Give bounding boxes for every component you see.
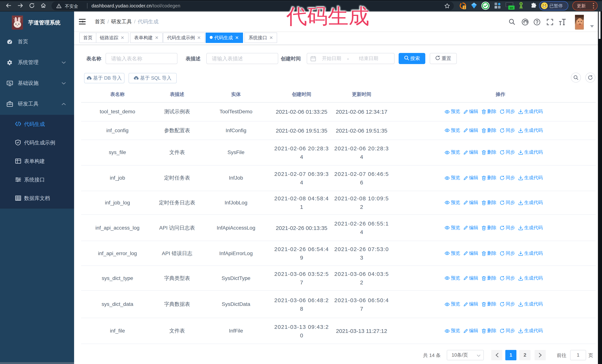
- svg-text:on: on: [510, 6, 513, 9]
- svg-text:1: 1: [464, 6, 465, 9]
